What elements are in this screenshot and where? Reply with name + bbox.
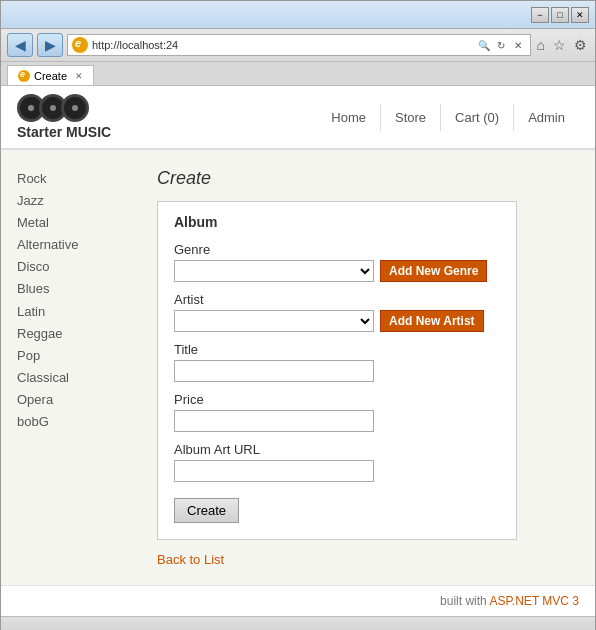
artist-group: Artist Add New Artist [174, 292, 500, 332]
browser-window: − □ ✕ ◀ ▶ http://localhost:24 🔍 ↻ ✕ ⌂ ☆ … [0, 0, 596, 630]
address-actions: 🔍 ↻ ✕ [476, 36, 526, 54]
genre-row: Add New Genre [174, 260, 500, 282]
artist-label: Artist [174, 292, 500, 307]
title-group: Title [174, 342, 500, 382]
logo-discs [17, 94, 89, 122]
title-input[interactable] [174, 360, 374, 382]
nav-cart[interactable]: Cart (0) [441, 104, 514, 131]
browser-tab[interactable]: Create ✕ [7, 65, 94, 85]
sidebar-item-classical[interactable]: Classical [17, 367, 125, 389]
footer-highlight: ASP.NET MVC 3 [489, 594, 579, 608]
genre-select[interactable] [174, 260, 374, 282]
sidebar-item-jazz[interactable]: Jazz [17, 190, 125, 212]
browser-toolbar: ◀ ▶ http://localhost:24 🔍 ↻ ✕ ⌂ ☆ ⚙ [1, 29, 595, 62]
site-nav: Home Store Cart (0) Admin [317, 104, 579, 131]
tab-title: Create [34, 70, 67, 82]
tab-bar: Create ✕ [1, 62, 595, 86]
forward-button[interactable]: ▶ [37, 33, 63, 57]
sidebar-item-reggae[interactable]: Reggae [17, 323, 125, 345]
title-bar: − □ ✕ [1, 1, 595, 29]
minimize-button[interactable]: − [531, 7, 549, 23]
nav-admin[interactable]: Admin [514, 104, 579, 131]
address-search-btn[interactable]: 🔍 [476, 36, 492, 54]
artist-select[interactable] [174, 310, 374, 332]
price-group: Price [174, 392, 500, 432]
price-label: Price [174, 392, 500, 407]
add-genre-button[interactable]: Add New Genre [380, 260, 487, 282]
back-to-list-link[interactable]: Back to List [157, 552, 224, 567]
sidebar-item-bobg[interactable]: bobG [17, 411, 125, 433]
restore-button[interactable]: □ [551, 7, 569, 23]
sidebar-item-alternative[interactable]: Alternative [17, 234, 125, 256]
sidebar-item-disco[interactable]: Disco [17, 256, 125, 278]
favorites-icon[interactable]: ☆ [551, 37, 568, 53]
sidebar-item-metal[interactable]: Metal [17, 212, 125, 234]
page-content: Starter MUSIC Home Store Cart (0) Admin … [1, 86, 595, 616]
toolbar-icons: ⌂ ☆ ⚙ [535, 37, 589, 53]
content-area: Create Album Genre Add New Genre Artist [141, 160, 595, 575]
tab-close-button[interactable]: ✕ [75, 71, 83, 81]
close-button[interactable]: ✕ [571, 7, 589, 23]
sidebar-item-opera[interactable]: Opera [17, 389, 125, 411]
footer-text: built with [440, 594, 489, 608]
site-footer: built with ASP.NET MVC 3 [1, 585, 595, 616]
sidebar-item-rock[interactable]: Rock [17, 168, 125, 190]
status-bar [1, 616, 595, 630]
form-box-title: Album [174, 214, 500, 230]
main-layout: Rock Jazz Metal Alternative Disco Blues … [1, 150, 595, 585]
sidebar-item-blues[interactable]: Blues [17, 278, 125, 300]
logo-area: Starter MUSIC [17, 94, 111, 140]
title-label: Title [174, 342, 500, 357]
sidebar-item-latin[interactable]: Latin [17, 301, 125, 323]
sidebar: Rock Jazz Metal Alternative Disco Blues … [1, 160, 141, 575]
site-title: Starter MUSIC [17, 124, 111, 140]
site-header: Starter MUSIC Home Store Cart (0) Admin [1, 86, 595, 150]
genre-label: Genre [174, 242, 500, 257]
genre-group: Genre Add New Genre [174, 242, 500, 282]
artist-row: Add New Artist [174, 310, 500, 332]
album-form-box: Album Genre Add New Genre Artist [157, 201, 517, 540]
back-button[interactable]: ◀ [7, 33, 33, 57]
add-artist-button[interactable]: Add New Artist [380, 310, 484, 332]
album-art-group: Album Art URL [174, 442, 500, 482]
nav-home[interactable]: Home [317, 104, 381, 131]
page-title: Create [157, 168, 579, 189]
address-bar[interactable]: http://localhost:24 🔍 ↻ ✕ [67, 34, 531, 56]
tab-ie-icon [18, 70, 30, 82]
sidebar-item-pop[interactable]: Pop [17, 345, 125, 367]
album-art-label: Album Art URL [174, 442, 500, 457]
price-input[interactable] [174, 410, 374, 432]
address-text: http://localhost:24 [92, 39, 472, 51]
album-art-input[interactable] [174, 460, 374, 482]
address-refresh-btn[interactable]: ↻ [493, 36, 509, 54]
settings-icon[interactable]: ⚙ [572, 37, 589, 53]
address-stop-btn[interactable]: ✕ [510, 36, 526, 54]
nav-store[interactable]: Store [381, 104, 441, 131]
home-icon[interactable]: ⌂ [535, 37, 547, 53]
disc-3 [61, 94, 89, 122]
ie-icon [72, 37, 88, 53]
create-button[interactable]: Create [174, 498, 239, 523]
window-controls: − □ ✕ [531, 7, 589, 23]
